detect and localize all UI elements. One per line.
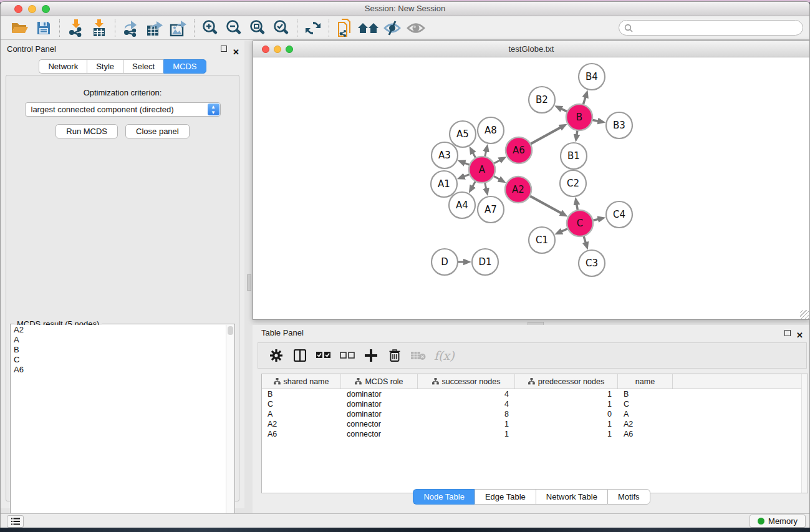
table-row[interactable]: A2connector11A2 [262, 419, 808, 429]
edge-C-C4[interactable] [592, 219, 599, 220]
select-all-columns-button[interactable] [313, 346, 334, 365]
table-cell[interactable]: 1 [515, 399, 618, 409]
edge-A-A4[interactable] [472, 181, 476, 187]
edge-C-C1[interactable] [561, 228, 568, 231]
mcds-result-item[interactable]: A [11, 335, 226, 345]
node-table[interactable]: shared nameMCDS rolesuccessor nodesprede… [261, 374, 808, 493]
panel-splitter-handle[interactable] [247, 274, 251, 291]
node-A8[interactable]: A8 [478, 117, 504, 143]
column-header-predecessor-nodes[interactable]: predecessor nodes [515, 374, 618, 389]
edge-A-A5[interactable] [473, 152, 476, 158]
node-C[interactable]: C [567, 210, 593, 236]
edge-B-B3[interactable] [592, 120, 599, 121]
close-panel-button[interactable]: Close panel [125, 124, 190, 138]
mcds-result-list[interactable]: A2ABCA6 [11, 325, 226, 528]
edge-C-C2[interactable] [577, 204, 578, 211]
node-A6[interactable]: A6 [506, 137, 532, 163]
table-cell[interactable]: B [618, 389, 673, 399]
network-close-button[interactable] [262, 46, 269, 53]
mcds-result-item[interactable]: B [11, 345, 226, 355]
table-row[interactable]: Bdominator41B [262, 389, 808, 399]
table-cell[interactable]: A [618, 409, 673, 419]
minimize-window-button[interactable] [28, 5, 36, 13]
delete-table-button[interactable] [408, 346, 429, 365]
add-column-button[interactable] [360, 346, 382, 365]
table-cell[interactable]: 4 [418, 389, 515, 399]
table-cell[interactable]: 1 [515, 429, 618, 439]
import-network-button[interactable] [64, 18, 87, 38]
edge-A6-B[interactable] [530, 127, 561, 144]
column-header-successor-nodes[interactable]: successor nodes [418, 374, 515, 389]
zoom-out-button[interactable] [222, 18, 246, 38]
node-B[interactable]: B [566, 104, 592, 130]
network-minimize-button[interactable] [274, 46, 281, 53]
table-cell[interactable]: A6 [618, 429, 673, 439]
table-cell[interactable]: 8 [418, 409, 515, 419]
table-cell[interactable]: 1 [515, 419, 618, 429]
node-A2[interactable]: A2 [505, 177, 531, 203]
open-file-button[interactable] [8, 18, 32, 38]
edge-A2-C[interactable] [529, 196, 562, 213]
tab-mcds[interactable]: MCDS [163, 59, 206, 74]
table-cell[interactable]: A6 [262, 429, 341, 439]
mcds-result-item[interactable]: A6 [11, 365, 226, 375]
node-A7[interactable]: A7 [478, 196, 504, 223]
edge-A-A1[interactable] [463, 174, 470, 177]
function-builder-button[interactable]: f(x) [434, 349, 455, 362]
tab-motifs[interactable]: Motifs [607, 489, 650, 505]
node-C1[interactable]: C1 [529, 227, 555, 253]
edge-C-C3[interactable] [584, 236, 586, 243]
table-cell[interactable]: connector [341, 419, 418, 429]
mcds-result-item[interactable]: C [11, 355, 226, 365]
table-cell[interactable]: C [262, 399, 341, 409]
node-C3[interactable]: C3 [579, 250, 605, 276]
zoom-selected-button[interactable] [269, 18, 293, 38]
edge-A-A3[interactable] [464, 163, 470, 165]
table-settings-button[interactable] [266, 346, 287, 365]
table-cell[interactable]: 1 [418, 419, 515, 429]
node-A4[interactable]: A4 [449, 192, 475, 218]
tab-edge-table[interactable]: Edge Table [475, 489, 536, 505]
task-history-button[interactable] [7, 515, 24, 528]
float-panel-icon[interactable] [221, 46, 227, 52]
tab-select[interactable]: Select [123, 59, 163, 74]
show-all-button[interactable] [404, 18, 428, 38]
memory-button[interactable]: Memory [750, 515, 806, 528]
tab-network[interactable]: Network [39, 59, 87, 74]
close-table-panel-icon[interactable]: ✕ [796, 327, 803, 344]
node-A[interactable]: A [469, 157, 495, 183]
import-table-button[interactable] [87, 18, 111, 38]
column-header-MCDS-role[interactable]: MCDS role [341, 374, 418, 389]
zoom-fit-button[interactable] [246, 18, 269, 38]
column-header-shared-name[interactable]: shared name [262, 374, 341, 389]
tab-network-table[interactable]: Network Table [536, 489, 607, 505]
save-session-button[interactable] [32, 18, 55, 38]
search-box[interactable] [619, 20, 803, 36]
node-A5[interactable]: A5 [450, 121, 476, 147]
network-canvas[interactable]: AA1A2A3A4A5A6A7A8BB1B2B3B4CC1C2C3C4DD1 [253, 57, 809, 319]
zoom-window-button[interactable] [42, 5, 50, 13]
table-cell[interactable]: A2 [262, 419, 341, 429]
table-cell[interactable]: 1 [515, 389, 618, 399]
show-column-panel-button[interactable] [289, 346, 311, 365]
search-input[interactable] [636, 23, 803, 32]
delete-column-button[interactable] [384, 346, 405, 365]
table-cell[interactable]: A2 [618, 419, 673, 429]
edge-A-A2[interactable] [493, 176, 500, 180]
edge-A-A8[interactable] [485, 150, 486, 157]
table-cell[interactable]: 1 [418, 429, 515, 439]
table-cell[interactable]: dominator [341, 389, 418, 399]
edge-B-B2[interactable] [561, 109, 567, 112]
table-cell[interactable]: 0 [515, 409, 618, 419]
node-A3[interactable]: A3 [432, 142, 458, 168]
table-cell[interactable]: A [262, 409, 341, 419]
edge-A-A6[interactable] [494, 160, 501, 163]
table-row[interactable]: A6connector11A6 [262, 429, 808, 439]
first-neighbors-button[interactable] [357, 18, 380, 38]
table-cell[interactable]: dominator [341, 409, 418, 419]
close-window-button[interactable] [14, 5, 22, 13]
node-B4[interactable]: B4 [579, 64, 605, 90]
edge-A-A7[interactable] [485, 183, 486, 190]
export-table-button[interactable] [143, 18, 166, 38]
export-network-button[interactable] [119, 18, 143, 38]
